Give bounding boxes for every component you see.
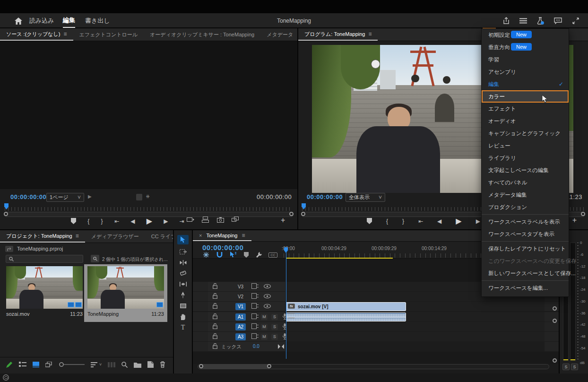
mute-button[interactable]: M xyxy=(261,334,268,340)
play-button[interactable]: ▶ xyxy=(456,217,461,226)
step-back-button[interactable]: ◀ xyxy=(130,218,135,225)
solo-left-button[interactable]: S xyxy=(562,364,570,370)
breadcrumb[interactable]: ToneMapping.prproj xyxy=(17,246,63,252)
track-name-badge[interactable]: V2 xyxy=(235,293,246,300)
icon-view-icon[interactable] xyxy=(33,362,39,367)
menu-item-show-workspace-labels[interactable]: ワークスペースラベルを表示 xyxy=(482,216,569,228)
project-item-tonemapping-selected[interactable]: ToneMapping 11:23 xyxy=(84,264,167,322)
captions-display-icon[interactable]: CC xyxy=(268,252,277,258)
track-name-badge-targeted[interactable]: A2 xyxy=(235,323,246,330)
panel-menu-icon[interactable]: ≡ xyxy=(242,233,245,238)
rectangle-tool[interactable] xyxy=(177,302,189,310)
clip-name[interactable]: sozai.mov xyxy=(6,311,30,317)
track-name-badge-targeted[interactable]: V1 xyxy=(235,303,246,310)
track-height-handle[interactable] xyxy=(553,319,557,323)
track-content[interactable] xyxy=(286,332,545,341)
add-marker-button[interactable] xyxy=(367,218,372,224)
menu-item-text-based-editing[interactable]: 文字起こしベースの編集 xyxy=(482,164,569,176)
lock-icon[interactable] xyxy=(213,343,217,349)
track-name-badge-targeted[interactable]: A1 xyxy=(235,313,246,321)
track-select-forward-tool[interactable] xyxy=(177,248,189,255)
audio-clip-sozai[interactable]: fx xyxy=(286,313,406,322)
menu-item-all-panels[interactable]: すべてのパネル xyxy=(482,176,569,189)
go-to-in-button[interactable]: ⇤ xyxy=(114,218,119,225)
scrollbar-handle-right[interactable] xyxy=(289,212,294,216)
source-timecode-current[interactable]: 00:00:00:00 xyxy=(10,193,46,200)
scrollbar-handle-right[interactable] xyxy=(267,364,271,368)
track-name-badge-targeted[interactable]: A3 xyxy=(235,333,246,340)
nav-import[interactable]: 読み込み xyxy=(29,13,54,28)
nav-export[interactable]: 書き出し xyxy=(85,13,110,28)
program-timecode-current[interactable]: 00:00:00:00 xyxy=(307,193,343,200)
source-mini-ruler[interactable] xyxy=(5,207,293,211)
mark-out-button[interactable]: } xyxy=(402,218,404,225)
menu-item-edit-workspaces[interactable]: ワークスペースを編集... xyxy=(482,282,569,294)
export-frame-icon[interactable] xyxy=(217,217,224,223)
hand-tool[interactable] xyxy=(177,313,189,321)
go-to-out-button[interactable]: ⇥ xyxy=(180,218,184,225)
lock-icon[interactable] xyxy=(213,293,217,299)
experiment-icon[interactable] xyxy=(535,16,545,26)
tab-media-browser[interactable]: メディアブラウザー xyxy=(85,230,145,243)
source-button-editor[interactable]: + xyxy=(281,216,285,225)
navigate-up-icon[interactable] xyxy=(5,246,13,252)
pen-tool[interactable] xyxy=(177,291,189,299)
sequence-name[interactable]: ToneMapping xyxy=(87,311,119,317)
menu-item-save-as-new-workspace[interactable]: 新しいワークスペースとして保存... xyxy=(482,267,569,279)
menu-item-reset-to-saved-layout[interactable]: 保存したレイアウトにリセット xyxy=(482,243,569,255)
delete-icon[interactable] xyxy=(160,361,165,368)
drag-video-icon[interactable]: ▶ xyxy=(88,194,92,199)
go-to-in-button[interactable]: ⇤ xyxy=(418,218,423,225)
tab-program[interactable]: プログラム: ToneMapping ≡ xyxy=(298,28,378,41)
mute-button[interactable]: M xyxy=(261,314,268,320)
menu-item-assembly[interactable]: アセンブリ xyxy=(482,66,569,78)
snap-toggle-icon[interactable] xyxy=(216,252,223,258)
automate-to-sequence-icon[interactable] xyxy=(108,362,115,367)
program-button-editor[interactable]: + xyxy=(572,216,577,225)
program-zoom-select[interactable]: 全体表示 ˅ xyxy=(346,193,385,202)
slip-tool[interactable] xyxy=(177,280,189,288)
menu-item-effects[interactable]: エフェクト xyxy=(482,103,569,115)
timeline-horizontal-scrollbar[interactable] xyxy=(198,364,549,369)
menu-item-color-hovered[interactable]: カラー xyxy=(482,90,569,103)
track-name-badge[interactable]: V3 xyxy=(235,283,246,290)
tab-metadata[interactable]: メタデータ xyxy=(260,28,297,41)
tab-source[interactable]: ソース :(クリップなし) ≡ xyxy=(0,28,73,41)
close-icon[interactable]: × xyxy=(199,233,202,238)
scrollbar-handle-right[interactable] xyxy=(581,212,585,216)
mix-level-value[interactable]: 0.0 xyxy=(253,344,259,349)
overwrite-icon[interactable] xyxy=(202,217,209,223)
quick-export-icon[interactable] xyxy=(501,16,511,26)
search-bin-icon[interactable] xyxy=(91,255,99,262)
sequence-thumbnail[interactable] xyxy=(87,266,164,309)
menu-item-metadata-editing[interactable]: メタデータ編集 xyxy=(482,189,569,201)
settings-icon[interactable] xyxy=(136,194,142,200)
menu-item-learning[interactable]: 学習 xyxy=(482,53,569,66)
fullscreen-icon[interactable] xyxy=(571,16,581,26)
selection-tool[interactable] xyxy=(177,235,189,244)
source-patch-icon[interactable] xyxy=(251,303,259,309)
add-marker-button[interactable] xyxy=(71,218,76,224)
tab-project[interactable]: プロジェクト: ToneMapping ≡ xyxy=(0,230,85,243)
ripple-edit-tool[interactable] xyxy=(177,259,189,266)
home-icon[interactable] xyxy=(13,16,24,26)
track-content[interactable] xyxy=(286,322,545,331)
panel-menu-icon[interactable]: ≡ xyxy=(368,31,372,37)
new-bin-icon[interactable] xyxy=(134,362,141,368)
step-back-button[interactable]: ◀ xyxy=(437,218,441,225)
tab-audio-clip-mixer[interactable]: オーディオクリップミキサー : ToneMapping xyxy=(144,28,260,41)
writable-pencil-icon[interactable] xyxy=(6,361,13,368)
source-zoom-select[interactable]: 1ページ ˅ xyxy=(46,193,84,202)
toggle-track-output-eye-icon[interactable] xyxy=(264,284,271,288)
new-item-icon[interactable] xyxy=(147,361,154,368)
lock-icon[interactable] xyxy=(213,333,217,339)
lock-icon[interactable] xyxy=(213,303,217,309)
clip-thumbnail[interactable] xyxy=(6,266,83,309)
project-item-sozai[interactable]: sozai.mov 11:23 xyxy=(6,266,83,317)
toggle-track-output-eye-icon[interactable] xyxy=(264,294,271,298)
comparison-view-icon[interactable] xyxy=(232,217,239,223)
video-clip-sozai[interactable]: fx sozai.mov [V] xyxy=(286,302,406,312)
creative-cloud-sync-icon[interactable] xyxy=(3,374,9,381)
type-tool[interactable]: T xyxy=(177,324,189,331)
linked-selection-icon[interactable] xyxy=(230,252,236,258)
